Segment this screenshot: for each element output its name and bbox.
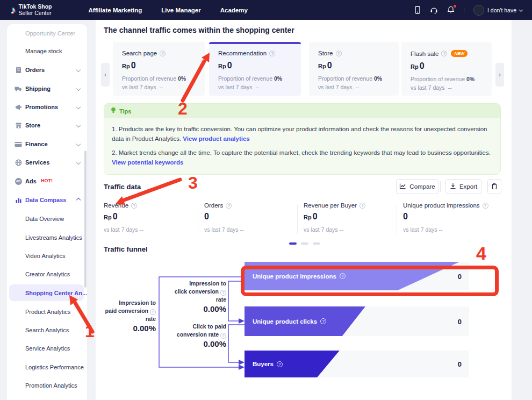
sidebar-item-service-analytics[interactable]: Service Analytics: [7, 341, 87, 356]
metrics-pagination: [289, 242, 320, 245]
sidebar-item-data-compass[interactable]: Data Compass: [7, 192, 87, 208]
notifications-bell-icon[interactable]: [447, 6, 455, 14]
main-content: The channel traffic comes within the sho…: [96, 20, 512, 400]
help-icon[interactable]: ?: [226, 203, 232, 209]
services-globe-icon: [15, 159, 22, 166]
help-icon[interactable]: ?: [131, 203, 137, 209]
sidebar: Opportunity Center Manage stock Orders S…: [7, 24, 87, 400]
channel-card-store[interactable]: Store? Rp0 Proportion of revenue 0% vs l…: [309, 42, 399, 96]
top-navbar: ♪ TikTok Shop Seller Center Affiliate Ma…: [0, 0, 532, 20]
sidebar-item-ads[interactable]: AD Ads HOT!: [7, 174, 87, 189]
metric-revenue-per-buyer: Revenue per Buyer? Rp0 vs last 7 days --: [304, 202, 398, 233]
view-potential-keywords-link[interactable]: View potential keywords: [112, 159, 183, 166]
tips-panel: Tips 1. Products are the key to traffic …: [104, 103, 501, 175]
pagination-dot-1[interactable]: [289, 242, 297, 245]
sidebar-item-opportunity-center[interactable]: Opportunity Center: [7, 26, 87, 41]
tips-item-1: 1. Products are the key to traffic conve…: [112, 124, 492, 144]
avatar: [473, 5, 484, 16]
tiktok-note-icon: ♪: [11, 5, 16, 15]
nav-links: Affiliate Marketing Live Manager Academy: [89, 7, 248, 13]
sidebar-item-shopping-center-analytics[interactable]: Shopping Center An...: [7, 285, 87, 301]
sidebar-item-creator-analytics[interactable]: Creator Analytics: [7, 267, 87, 282]
channel-card-search-page[interactable]: Search page? Rp0 Proportion of revenue 0…: [113, 42, 205, 96]
sidebar-item-shipping[interactable]: Shipping: [7, 81, 87, 96]
sidebar-scrollbar[interactable]: [84, 151, 87, 288]
help-icon[interactable]: ?: [441, 51, 447, 56]
export-button[interactable]: Export: [445, 179, 481, 194]
tiktok-shop-logo[interactable]: ♪ TikTok Shop Seller Center: [11, 4, 52, 16]
help-icon[interactable]: ?: [360, 203, 365, 209]
sidebar-item-video-analytics[interactable]: Video Analytics: [7, 248, 87, 263]
sidebar-item-data-overview[interactable]: Data Overview: [7, 211, 87, 226]
help-icon[interactable]: ?: [160, 51, 166, 56]
pagination-dot-3[interactable]: [313, 242, 320, 245]
channel-card-flash-sale[interactable]: Flash sale?NEW Rp0 Proportion of revenue…: [401, 42, 492, 96]
sidebar-item-promotion-analytics[interactable]: Promotion Analytics: [7, 378, 87, 393]
page-title: The channel traffic comes within the sho…: [104, 26, 294, 34]
chevron-right-icon: ›: [499, 71, 501, 78]
account-label: I don't have: [487, 7, 516, 13]
finance-card-icon: [15, 140, 22, 148]
sidebar-item-product-analytics[interactable]: Product Analytics: [7, 304, 87, 319]
sidebar-item-orders[interactable]: Orders: [7, 62, 87, 77]
sidebar-item-finance[interactable]: Finance: [7, 137, 87, 152]
account-menu[interactable]: I don't have: [473, 5, 522, 16]
view-product-analytics-link[interactable]: View product analytics: [183, 135, 249, 142]
data-compass-chart-icon: [15, 196, 22, 204]
chevron-down-icon: [76, 68, 81, 72]
chevron-down-icon: [76, 142, 81, 146]
sidebar-item-store[interactable]: Store: [7, 118, 87, 133]
shipping-truck-icon: [15, 85, 22, 92]
chevron-down-icon: [76, 87, 81, 91]
pagination-dot-2[interactable]: [301, 242, 308, 245]
channel-card-recommendation[interactable]: Recommendation? Rp0 Proportion of revenu…: [209, 42, 301, 96]
funnel-stage-unique-product-clicks[interactable]: Unique product clicks? 0: [245, 306, 469, 336]
sidebar-item-search-analytics[interactable]: Search Analytics: [7, 323, 87, 338]
metric-orders: Orders? 0 vs last 7 days --: [204, 202, 298, 233]
chevron-left-icon: ‹: [104, 71, 106, 78]
help-icon[interactable]: ?: [277, 361, 283, 367]
store-icon: [15, 122, 22, 129]
help-icon[interactable]: ?: [340, 273, 346, 279]
chevron-up-icon: [76, 198, 81, 202]
help-icon[interactable]: ?: [269, 51, 275, 56]
help-icon[interactable]: ?: [336, 51, 342, 56]
tips-title: Tips: [119, 108, 131, 115]
compare-button[interactable]: Compare: [396, 179, 438, 194]
carousel-prev-button[interactable]: ‹: [101, 63, 110, 87]
chevron-down-icon: [76, 160, 81, 165]
sidebar-item-services[interactable]: Services: [7, 155, 87, 170]
traffic-data-heading: Traffic data: [104, 183, 141, 191]
metric-unique-product-impressions: Unique product impressions? 0 vs last 7 …: [403, 202, 497, 233]
sidebar-item-logistics-performance[interactable]: Logistics Performance: [7, 360, 87, 375]
support-headset-icon[interactable]: [430, 6, 438, 14]
button-divider: [440, 181, 441, 192]
nav-link-academy[interactable]: Academy: [220, 7, 248, 13]
tips-bulb-icon: [111, 107, 116, 115]
hot-badge: HOT!: [41, 178, 53, 183]
promotions-megaphone-icon: [15, 103, 22, 111]
nav-divider: [464, 7, 464, 13]
nav-link-live-manager[interactable]: Live Manager: [161, 7, 201, 13]
copy-clipboard-button[interactable]: [487, 179, 501, 194]
sidebar-item-manage-stock[interactable]: Manage stock: [7, 44, 87, 59]
metric-revenue: Revenue? Rp0 vs last 7 days --: [104, 202, 198, 233]
help-icon[interactable]: ?: [483, 203, 488, 209]
mobile-app-icon[interactable]: [414, 6, 421, 14]
funnel-stage-unique-product-impressions[interactable]: Unique product impressions? 0: [245, 262, 469, 290]
notification-badge-dot: [454, 5, 456, 8]
chevron-down-icon: [519, 8, 523, 12]
funnel-stage-buyers[interactable]: Buyers? 0: [245, 351, 469, 377]
orders-icon: [15, 66, 22, 74]
nav-link-affiliate-marketing[interactable]: Affiliate Marketing: [89, 7, 142, 13]
help-icon[interactable]: ?: [320, 318, 326, 324]
funnel-connector-lines: [96, 256, 251, 400]
traffic-funnel-heading: Traffic funnel: [104, 245, 148, 253]
sidebar-item-promotions[interactable]: Promotions: [7, 99, 87, 115]
tips-item-2: 2. Market trends change all the time. To…: [112, 148, 492, 168]
chevron-down-icon: [76, 105, 81, 109]
compare-chart-icon: [399, 183, 406, 190]
sidebar-item-livestreams-analytics[interactable]: Livestreams Analytics: [7, 230, 87, 245]
metric-divider: [397, 204, 397, 234]
carousel-next-button[interactable]: ›: [495, 63, 504, 87]
